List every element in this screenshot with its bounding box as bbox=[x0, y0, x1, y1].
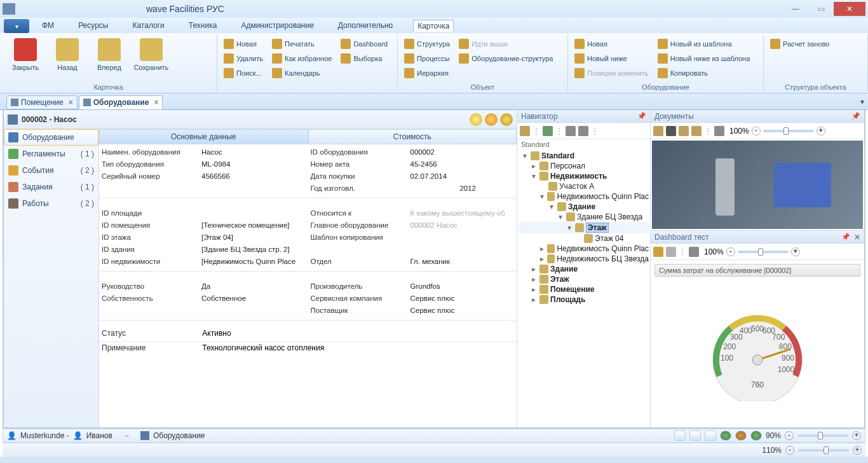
field-value[interactable]: Сервис плюс bbox=[409, 307, 515, 314]
calendar-button[interactable]: Календарь bbox=[271, 66, 333, 80]
zoom-slider[interactable] bbox=[797, 434, 848, 437]
field-value[interactable]: 000002 bbox=[409, 148, 515, 156]
save-button[interactable]: Сохранить bbox=[131, 36, 172, 71]
sidenav-tasks[interactable]: Задания( 1 ) bbox=[4, 179, 98, 195]
document-image[interactable] bbox=[652, 141, 863, 229]
status-dot[interactable] bbox=[735, 431, 747, 441]
forward-button[interactable]: Вперед bbox=[89, 36, 130, 71]
nav-tool-icon[interactable] bbox=[520, 126, 530, 136]
close-window-button[interactable]: ✕ bbox=[834, 2, 865, 16]
zoom-out-button[interactable]: - bbox=[752, 127, 761, 135]
field-value[interactable]: [Этаж 04] bbox=[200, 233, 306, 241]
new-button[interactable]: Новая bbox=[222, 37, 264, 51]
tree-node[interactable]: Участок А bbox=[519, 181, 649, 191]
field-value[interactable]: Собственное bbox=[200, 294, 306, 302]
tree-node[interactable]: ▾Здание bbox=[519, 202, 649, 212]
field-value[interactable]: Grundfos bbox=[409, 282, 515, 290]
equip-struct-button[interactable]: Оборудование-структура bbox=[458, 52, 554, 66]
zoom-in-button[interactable]: + bbox=[817, 127, 825, 135]
tree-node[interactable]: ▸Персонал bbox=[519, 161, 649, 171]
copy-button[interactable]: Копировать bbox=[656, 66, 752, 80]
tree-node[interactable]: Этаж 04 bbox=[519, 233, 649, 244]
field-value[interactable]: Да bbox=[200, 282, 306, 290]
print-button[interactable]: Печатать bbox=[271, 37, 333, 51]
field-value[interactable]: ML-0984 bbox=[200, 160, 306, 168]
selection-button[interactable]: Выборка bbox=[339, 52, 389, 66]
menu-Дополнительно[interactable]: Дополнительно bbox=[334, 20, 397, 31]
sun-icon[interactable] bbox=[485, 113, 498, 126]
tabs-overflow-button[interactable]: ▾ bbox=[860, 97, 864, 106]
field-value[interactable]: [Недвижимость Quinn Place bbox=[200, 258, 306, 265]
nav-tool-icon[interactable] bbox=[543, 126, 553, 136]
zoom-in-button[interactable]: + bbox=[852, 431, 861, 440]
system-menu-button[interactable]: ▾ bbox=[4, 19, 29, 33]
filter-icon[interactable] bbox=[666, 247, 676, 257]
doc-tool-icon[interactable] bbox=[653, 126, 663, 136]
tree-node[interactable]: ▾Здание БЦ Звезда bbox=[519, 212, 649, 222]
tree-node[interactable]: ▸Здание bbox=[519, 264, 649, 274]
menu-Ресурсы[interactable]: Ресурсы bbox=[74, 20, 112, 31]
navigator-tree[interactable]: ▾Standard▸Персонал▾НедвижимостьУчасток А… bbox=[517, 149, 650, 427]
pencil-icon[interactable] bbox=[653, 247, 663, 257]
tree-node[interactable]: ▾Этаж bbox=[519, 222, 649, 233]
tree-node[interactable]: ▸Помещение bbox=[519, 284, 649, 294]
zoom-slider[interactable] bbox=[763, 130, 814, 132]
sidenav-events[interactable]: События( 2 ) bbox=[4, 162, 98, 179]
close-tab-icon[interactable]: × bbox=[151, 98, 158, 107]
refresh-icon[interactable] bbox=[689, 247, 699, 257]
zoom-in-button[interactable]: + bbox=[791, 247, 800, 256]
recalc-button[interactable]: Расчет заново bbox=[769, 37, 862, 51]
new-below-template-button[interactable]: Новый ниже из шаблона bbox=[656, 52, 752, 66]
view-button[interactable] bbox=[674, 431, 686, 441]
zoom-slider[interactable] bbox=[798, 449, 849, 452]
field-value[interactable]: 45-2456 bbox=[409, 160, 515, 168]
tree-node[interactable]: ▸Недвижимость БЦ Звезда bbox=[519, 254, 649, 264]
field-value[interactable]: 2012 bbox=[409, 184, 515, 192]
zoom-out-button[interactable]: - bbox=[785, 431, 794, 440]
tree-node[interactable]: ▾Standard bbox=[519, 151, 649, 161]
new-button[interactable]: Новая bbox=[573, 37, 650, 51]
camera-icon[interactable] bbox=[666, 126, 676, 136]
field-value[interactable]: [Здание БЦ Звезда стр. 2] bbox=[200, 245, 306, 253]
field-value[interactable]: Активно bbox=[202, 329, 231, 338]
tab-room[interactable]: Помещение× bbox=[6, 95, 78, 109]
field-value[interactable]: 02.07.2014 bbox=[409, 172, 515, 180]
bulb-icon[interactable] bbox=[470, 113, 482, 126]
field-value[interactable]: 4566566 bbox=[200, 172, 306, 180]
menu-Карточка[interactable]: Карточка bbox=[413, 20, 454, 32]
tree-node[interactable]: ▸Этаж bbox=[519, 274, 649, 284]
zoom-slider[interactable] bbox=[738, 251, 789, 253]
close-button[interactable]: Закрыть bbox=[5, 36, 46, 71]
zoom-out-button[interactable]: - bbox=[785, 446, 794, 455]
field-value[interactable]: 000002 Насос bbox=[409, 221, 515, 229]
note-icon[interactable] bbox=[500, 113, 513, 126]
field-value[interactable]: К какому вышестоящему об bbox=[409, 209, 515, 217]
hierarchy-button[interactable]: Иерархия bbox=[403, 66, 451, 80]
dashboard-button[interactable]: Dashboard bbox=[339, 37, 389, 51]
zoom-in-button[interactable]: + bbox=[853, 446, 862, 455]
favorite-button[interactable]: Как избранное bbox=[271, 52, 333, 66]
col-header-main[interactable]: Основные данные bbox=[99, 129, 308, 144]
field-value[interactable]: Гл. механик bbox=[409, 258, 515, 265]
structure-button[interactable]: Структура bbox=[403, 37, 451, 51]
sidenav-equipment[interactable]: Оборудование bbox=[4, 129, 98, 146]
maximize-button[interactable]: ▭ bbox=[808, 2, 834, 16]
view-button[interactable] bbox=[705, 431, 716, 441]
col-header-cost[interactable]: Стоимость bbox=[308, 129, 517, 144]
close-pane-icon[interactable]: ✕ bbox=[854, 233, 860, 242]
tree-node[interactable]: ▾Недвижимость bbox=[519, 171, 649, 181]
search-button[interactable]: Поиск... bbox=[222, 66, 264, 80]
back-button[interactable]: Назад bbox=[47, 36, 88, 71]
gear-icon[interactable] bbox=[566, 126, 576, 136]
menu-Каталоги[interactable]: Каталоги bbox=[128, 20, 168, 31]
doc-tool-icon[interactable] bbox=[679, 126, 689, 136]
tree-node[interactable]: ▾Недвижимость Quinn Plac bbox=[519, 191, 649, 202]
processes-button[interactable]: Процессы bbox=[403, 52, 451, 66]
pin-icon[interactable]: 📌 bbox=[637, 112, 646, 120]
pin-icon[interactable]: 📌 bbox=[851, 112, 860, 120]
menu-ФМ[interactable]: ФМ bbox=[38, 20, 58, 31]
tree-node[interactable]: ▸Недвижимость Quinn Plac bbox=[519, 244, 649, 254]
zoom-out-button[interactable]: - bbox=[726, 247, 735, 256]
refresh-icon[interactable] bbox=[714, 126, 724, 136]
close-tab-icon[interactable]: × bbox=[66, 98, 73, 107]
